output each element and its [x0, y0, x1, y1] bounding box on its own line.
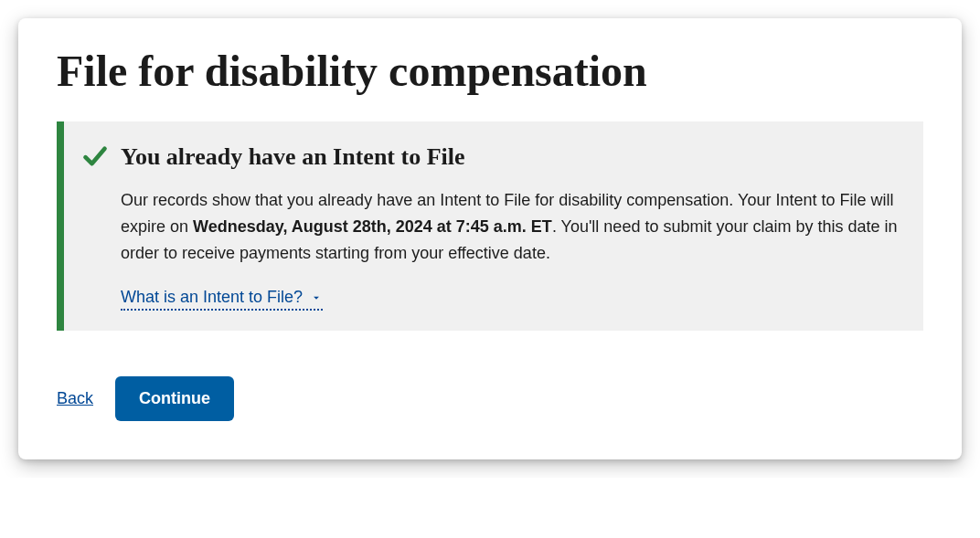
check-icon	[82, 143, 108, 169]
intent-to-file-expander[interactable]: What is an Intent to File?	[121, 288, 323, 311]
chevron-down-icon	[310, 291, 323, 304]
back-link[interactable]: Back	[57, 389, 93, 408]
alert-header: You already have an Intent to File	[82, 142, 898, 173]
success-alert: You already have an Intent to File Our r…	[57, 121, 923, 331]
continue-button[interactable]: Continue	[115, 376, 234, 421]
form-card: File for disability compensation You alr…	[18, 18, 962, 459]
form-navigation: Back Continue	[57, 376, 923, 421]
expander-label: What is an Intent to File?	[121, 288, 303, 307]
alert-body-text: Our records show that you already have a…	[121, 187, 898, 266]
page-title: File for disability compensation	[57, 46, 923, 96]
alert-body-strong: Wednesday, August 28th, 2024 at 7:45 a.m…	[193, 217, 552, 236]
alert-title: You already have an Intent to File	[121, 142, 465, 173]
alert-body: Our records show that you already have a…	[121, 187, 898, 311]
